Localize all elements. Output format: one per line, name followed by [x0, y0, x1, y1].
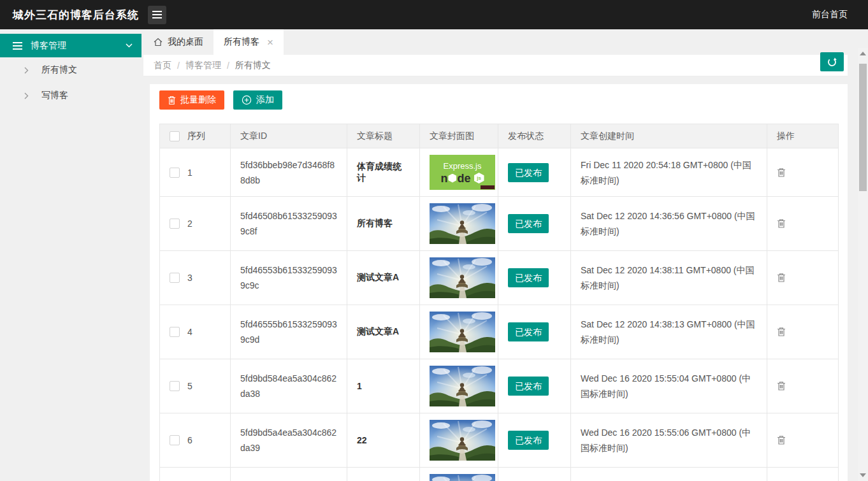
- status-badge[interactable]: 已发布: [508, 377, 549, 396]
- buddha-landscape-image: [430, 474, 495, 481]
- status-badge[interactable]: 已发布: [508, 268, 549, 287]
- status-badge[interactable]: 已发布: [508, 214, 549, 233]
- article-time: [571, 468, 767, 481]
- trash-icon: [777, 381, 786, 391]
- tab-all-blogs[interactable]: 所有博客 ×: [213, 29, 284, 55]
- sidebar-item-label: 写博客: [41, 90, 68, 101]
- batch-delete-label: 批量删除: [180, 94, 216, 106]
- hamburger-menu-button[interactable]: [148, 6, 166, 24]
- delete-button[interactable]: [777, 168, 786, 178]
- breadcrumb-all-posts: 所有博文: [235, 60, 271, 71]
- col-created-time: 文章创建时间: [571, 124, 767, 148]
- article-title: 体育成绩统计: [347, 148, 420, 197]
- frontend-home-link[interactable]: 前台首页: [812, 9, 848, 20]
- article-time: Fri Dec 11 2020 20:54:18 GMT+0800 (中国标准时…: [571, 148, 767, 197]
- batch-delete-button[interactable]: 批量删除: [159, 90, 224, 110]
- article-id: 5fd46555b615332590939c9d: [231, 305, 347, 359]
- delete-button[interactable]: [777, 273, 786, 283]
- scroll-thumb[interactable]: [859, 64, 867, 191]
- row-checkbox[interactable]: [170, 381, 180, 391]
- table-row: 6 5fd9bd5a4ea5a304c862da39 22: [160, 413, 839, 468]
- content-panel: 批量删除 添加 序列: [150, 84, 848, 481]
- trash-icon: [777, 219, 786, 229]
- article-id: 5fd9bd5a4ea5a304c862da39: [231, 413, 347, 468]
- node-logo: n de js: [440, 173, 484, 184]
- row-seq: 3: [187, 273, 192, 283]
- add-label: 添加: [256, 94, 274, 106]
- express-node-logo-image: Express.js n de js: [430, 155, 495, 190]
- trash-icon: [777, 435, 786, 445]
- row-seq: 1: [187, 168, 192, 178]
- select-all-checkbox[interactable]: [170, 131, 180, 141]
- delete-button[interactable]: [777, 327, 786, 337]
- status-badge[interactable]: 已发布: [508, 163, 549, 182]
- article-id: 5fd46553b615332590939c9c: [231, 251, 347, 305]
- article-title: 测试文章A: [347, 251, 420, 305]
- delete-button[interactable]: [777, 435, 786, 445]
- delete-button[interactable]: [777, 219, 786, 229]
- article-title: 22: [347, 413, 420, 468]
- row-checkbox[interactable]: [170, 273, 180, 283]
- breadcrumb-separator: /: [177, 61, 180, 71]
- buddha-landscape-image: [430, 257, 495, 298]
- col-operation: 操作: [767, 124, 839, 148]
- article-time: Wed Dec 16 2020 15:55:04 GMT+0800 (中国标准时…: [571, 359, 767, 413]
- col-cover-image: 文章封面图: [420, 124, 498, 148]
- article-time: Wed Dec 16 2020 15:55:06 GMT+0800 (中国标准时…: [571, 413, 767, 468]
- row-seq: 4: [187, 327, 192, 337]
- close-icon[interactable]: ×: [267, 37, 273, 48]
- article-id: [231, 468, 347, 481]
- express-text: Express.js: [444, 161, 482, 171]
- chevron-down-icon: [126, 43, 133, 48]
- sidebar-group-blog-management[interactable]: 博客管理: [0, 34, 141, 57]
- table-row: 5 5fd9bd584ea5a304c862da38 1: [160, 359, 839, 413]
- row-seq: 5: [187, 381, 192, 391]
- buddha-landscape-image: [430, 203, 495, 244]
- plus-circle-icon: [242, 95, 252, 105]
- row-checkbox[interactable]: [170, 219, 180, 229]
- table-body: 1 5fd36bbeb98e7d3468f88d8b 体育成绩统计 Expres…: [160, 148, 839, 481]
- breadcrumb-separator: /: [227, 61, 229, 71]
- row-seq: 6: [187, 435, 192, 445]
- sidebar-item-label: 所有博文: [41, 64, 77, 76]
- refresh-button[interactable]: [820, 52, 844, 71]
- status-badge[interactable]: 已发布: [508, 431, 549, 450]
- home-icon: [154, 38, 163, 47]
- delete-button[interactable]: [777, 381, 786, 391]
- table-header-row: 序列 文章ID 文章标题 文章封面图 发布状态 文章创建时间 操作: [160, 124, 839, 148]
- scroll-up-arrow[interactable]: [860, 52, 866, 55]
- article-time: Sat Dec 12 2020 14:36:56 GMT+0800 (中国标准时…: [571, 197, 767, 251]
- main-content: 我的桌面 所有博客 × 首页 / 博客管理 / 所有博文: [143, 29, 848, 481]
- add-button[interactable]: 添加: [233, 90, 282, 110]
- scroll-down-arrow[interactable]: [860, 473, 866, 477]
- row-seq: 2: [187, 219, 192, 229]
- tab-my-desktop[interactable]: 我的桌面: [143, 29, 213, 55]
- row-checkbox[interactable]: [170, 435, 180, 445]
- top-header: 城外三石的博客后台系统 前台首页: [0, 0, 868, 29]
- row-checkbox[interactable]: [170, 327, 180, 337]
- status-badge[interactable]: 已发布: [508, 322, 549, 341]
- chevron-right-icon: [24, 92, 29, 99]
- trash-icon: [168, 96, 176, 105]
- trash-icon: [777, 327, 786, 337]
- breadcrumb-home[interactable]: 首页: [154, 60, 171, 71]
- sidebar-item-write-blog[interactable]: 写博客: [0, 83, 143, 108]
- hamburger-icon: [152, 11, 162, 18]
- buddha-landscape-image: [430, 312, 495, 352]
- trash-icon: [777, 168, 786, 178]
- table-row: [160, 468, 839, 481]
- breadcrumb-blog-management[interactable]: 博客管理: [185, 60, 221, 71]
- row-checkbox[interactable]: [170, 168, 180, 178]
- table-row: 2 5fd46508b615332590939c8f 所有博客: [160, 197, 839, 251]
- sidebar-item-all-posts[interactable]: 所有博文: [0, 57, 143, 83]
- col-article-title: 文章标题: [347, 124, 420, 148]
- toolbar: 批量删除 添加: [159, 90, 838, 110]
- sidebar: 博客管理 所有博文 写博客: [0, 29, 143, 481]
- tab-label: 我的桌面: [168, 36, 203, 48]
- table-row: 1 5fd36bbeb98e7d3468f88d8b 体育成绩统计 Expres…: [160, 148, 839, 197]
- article-id: 5fd46508b615332590939c8f: [231, 197, 347, 251]
- refresh-icon: [827, 57, 837, 68]
- watermark: [481, 185, 495, 189]
- vertical-scrollbar[interactable]: [858, 48, 868, 481]
- article-time: Sat Dec 12 2020 14:38:13 GMT+0800 (中国标准时…: [571, 305, 767, 359]
